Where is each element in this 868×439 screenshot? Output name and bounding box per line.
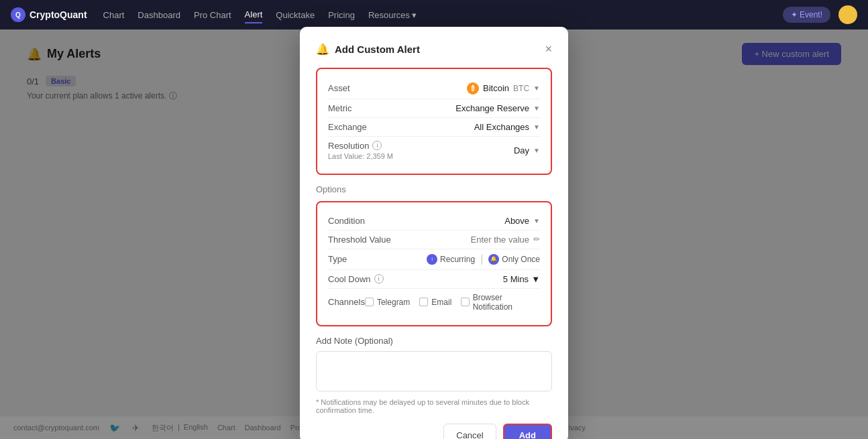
condition-row: Condition Above ▼ — [328, 212, 540, 231]
channels-row: Channels Telegram Email Browser Notif — [328, 289, 540, 316]
threshold-label: Threshold Value — [328, 235, 391, 245]
asset-arrow-icon: ▼ — [533, 84, 540, 92]
bell-modal-icon: 🔔 — [316, 43, 329, 56]
cooldown-label: Cool Down — [328, 274, 371, 284]
modal-close-button[interactable]: × — [545, 43, 552, 55]
nav-links: Chart Dashboard Pro Chart Alert Quicktak… — [103, 7, 417, 23]
recurring-label: Recurring — [440, 255, 475, 264]
metric-row: Metric Exchange Reserve ▼ — [328, 99, 540, 118]
pencil-icon[interactable]: ✏ — [533, 235, 540, 244]
exchange-label: Exchange — [328, 122, 367, 132]
telegram-label: Telegram — [377, 298, 410, 307]
email-checkbox[interactable] — [419, 298, 428, 306]
telegram-channel[interactable]: Telegram — [365, 298, 410, 307]
note-textarea[interactable] — [316, 351, 552, 391]
nav-pricing[interactable]: Pricing — [328, 7, 355, 23]
cooldown-row: Cool Down i 5 Mins ▼ — [328, 270, 540, 289]
resolution-label-container: Resolution i Last Value: 2,359 M — [328, 141, 393, 160]
type-label: Type — [328, 254, 347, 264]
logo-text: CryptoQuant — [30, 9, 87, 20]
asset-selector[interactable]: ₿ Bitcoin BTC ▼ — [467, 82, 540, 95]
exchange-selector[interactable]: All Exchanges ▼ — [474, 122, 540, 132]
telegram-checkbox[interactable] — [365, 298, 374, 306]
recurring-button[interactable]: ↕ Recurring — [427, 254, 475, 265]
modal-footer: Cancel Add — [316, 424, 552, 440]
exchange-arrow-icon: ▼ — [533, 123, 540, 131]
type-row: Type ↕ Recurring | 🔔 Only Once — [328, 249, 540, 270]
condition-value: Above — [504, 216, 529, 226]
add-custom-alert-modal: 🔔 Add Custom Alert × Asset ₿ Bitcoin BTC… — [300, 27, 568, 440]
metric-arrow-icon: ▼ — [533, 105, 540, 112]
type-toggle: ↕ Recurring | 🔔 Only Once — [427, 253, 540, 265]
nav-dashboard[interactable]: Dashboard — [138, 7, 180, 23]
delay-note: * Notifications may be delayed up to sev… — [316, 398, 552, 414]
resolution-row: Resolution i Last Value: 2,359 M Day ▼ — [328, 137, 540, 164]
resolution-arrow-icon: ▼ — [533, 147, 540, 154]
channels-label: Channels — [328, 297, 365, 307]
asset-config-section: Asset ₿ Bitcoin BTC ▼ Metric Exchange Re… — [316, 68, 552, 175]
event-button[interactable]: ✦ Event! — [783, 7, 830, 23]
metric-value: Exchange Reserve — [455, 103, 529, 113]
asset-label: Asset — [328, 83, 350, 93]
btc-icon: ₿ — [467, 82, 479, 95]
modal-overlay: 🔔 Add Custom Alert × Asset ₿ Bitcoin BTC… — [0, 29, 868, 439]
condition-selector[interactable]: Above ▼ — [504, 216, 540, 226]
theme-toggle[interactable] — [838, 5, 857, 24]
modal-title: Add Custom Alert — [335, 44, 420, 55]
email-label: Email — [431, 298, 451, 307]
asset-ticker: BTC — [513, 84, 529, 93]
browser-checkbox[interactable] — [461, 298, 469, 306]
nav-alert[interactable]: Alert — [245, 7, 263, 23]
nav-prochart[interactable]: Pro Chart — [194, 7, 231, 23]
asset-row: Asset ₿ Bitcoin BTC ▼ — [328, 78, 540, 99]
asset-value: Bitcoin — [483, 83, 509, 93]
condition-arrow-icon: ▼ — [533, 217, 540, 225]
cooldown-value: 5 Mins — [503, 274, 529, 284]
nav-quicktake[interactable]: Quicktake — [276, 7, 315, 23]
resolution-info-icon[interactable]: i — [372, 141, 382, 150]
page-background: 🔔 My Alerts + New custom alert 0/1 Basic… — [0, 29, 868, 439]
channels-container: Telegram Email Browser Notification — [365, 293, 540, 312]
add-button[interactable]: Add — [503, 424, 552, 440]
navbar-right: ✦ Event! — [783, 5, 857, 24]
nav-resources[interactable]: Resources ▾ — [368, 7, 417, 23]
resolution-last-value: Last Value: 2,359 M — [328, 152, 393, 160]
only-once-icon: 🔔 — [488, 254, 499, 265]
modal-header: 🔔 Add Custom Alert × — [316, 43, 552, 56]
nav-chart[interactable]: Chart — [103, 7, 125, 23]
threshold-input[interactable] — [435, 235, 529, 245]
browser-channel[interactable]: Browser Notification — [461, 293, 540, 312]
navbar: Q CryptoQuant Chart Dashboard Pro Chart … — [0, 0, 868, 29]
options-section: Condition Above ▼ Threshold Value ✏ — [316, 201, 552, 326]
metric-selector[interactable]: Exchange Reserve ▼ — [455, 103, 540, 113]
metric-label: Metric — [328, 103, 351, 113]
email-channel[interactable]: Email — [419, 298, 451, 307]
resolution-label: Resolution — [328, 141, 369, 151]
logo[interactable]: Q CryptoQuant — [11, 7, 87, 22]
resolution-value: Day — [514, 145, 529, 155]
modal-title-container: 🔔 Add Custom Alert — [316, 43, 420, 56]
cooldown-info-icon[interactable]: i — [374, 274, 384, 284]
resolution-selector[interactable]: Day ▼ — [514, 145, 540, 155]
logo-icon: Q — [11, 7, 25, 22]
only-once-label: Only Once — [502, 255, 540, 264]
exchange-row: Exchange All Exchanges ▼ — [328, 118, 540, 137]
only-once-button[interactable]: 🔔 Only Once — [488, 254, 540, 265]
cooldown-selector[interactable]: 5 Mins ▼ — [503, 274, 540, 284]
options-label: Options — [316, 184, 552, 194]
exchange-value: All Exchanges — [474, 122, 529, 132]
threshold-row: Threshold Value ✏ — [328, 231, 540, 249]
browser-label: Browser Notification — [473, 293, 540, 312]
condition-label: Condition — [328, 216, 365, 226]
recurring-icon: ↕ — [427, 254, 437, 265]
note-label: Add Note (Optional) — [316, 336, 552, 346]
cancel-button[interactable]: Cancel — [443, 424, 496, 440]
cooldown-arrow-icon: ▼ — [531, 274, 540, 284]
type-divider: | — [480, 253, 483, 265]
threshold-value-container: ✏ — [435, 235, 540, 245]
chevron-down-icon: ▾ — [412, 10, 417, 20]
